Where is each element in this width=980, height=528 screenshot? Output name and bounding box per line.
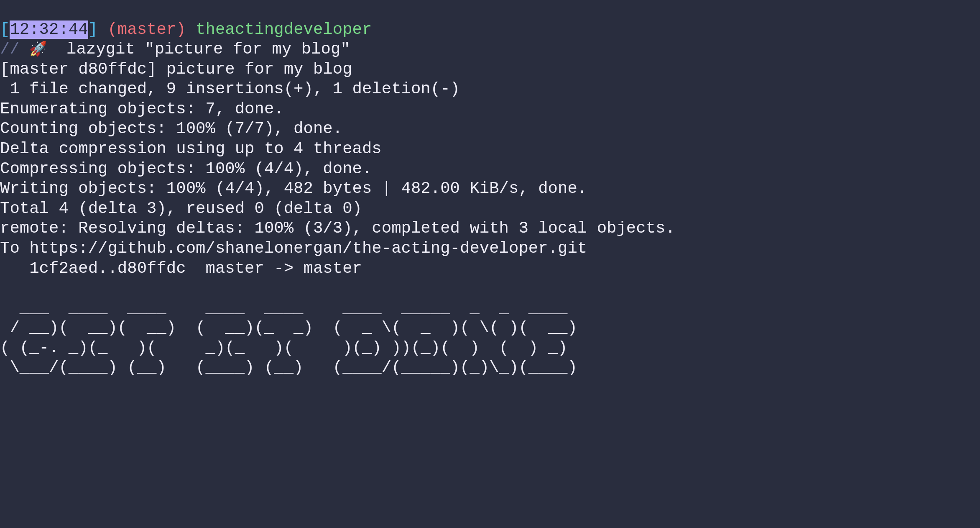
ascii-art-line: ( (_-. _)(_ )( _)(_ )( )(_) ))(_)( ) ( )… (0, 339, 577, 357)
prompt-open-bracket: [ (0, 21, 10, 39)
prompt-slashes: // (0, 40, 20, 59)
command-line[interactable]: // 🚀 lazygit "picture for my blog" (0, 40, 350, 59)
ascii-art-line: / __)( __)( __) ( __)(_ _) ( _ \( _ )( \… (0, 319, 577, 337)
output-line: Delta compression using up to 4 threads (0, 140, 382, 158)
output-line: Writing objects: 100% (4/4), 482 bytes |… (0, 179, 587, 198)
output-line: [master d80ffdc] picture for my blog (0, 60, 352, 79)
prompt-line: [12:32:44] (master) theactingdeveloper (0, 21, 372, 39)
output-line: 1cf2aed..d80ffdc master -> master (0, 259, 362, 278)
ascii-art-line: \___/(____) (__) (____) (__) (____/(____… (0, 359, 577, 377)
ascii-art-line: ___ ____ ____ ____ ____ ____ _____ _ _ _… (0, 299, 577, 318)
output-line: Enumerating objects: 7, done. (0, 100, 284, 118)
prompt-branch: (master) (107, 21, 186, 39)
prompt-time: 12:32:44 (10, 21, 88, 39)
output-line: Total 4 (delta 3), reused 0 (delta 0) (0, 200, 362, 218)
output-line: Compressing objects: 100% (4/4), done. (0, 160, 372, 178)
prompt-folder: theactingdeveloper (196, 21, 372, 39)
command-text: lazygit "picture for my blog" (57, 40, 350, 59)
output-line: remote: Resolving deltas: 100% (3/3), co… (0, 219, 675, 238)
output-line: Counting objects: 100% (7/7), done. (0, 120, 342, 138)
terminal-viewport[interactable]: [12:32:44] (master) theactingdeveloper /… (0, 0, 980, 378)
prompt-close-bracket: ] (88, 21, 98, 39)
output-line: 1 file changed, 9 insertions(+), 1 delet… (0, 80, 460, 98)
rocket-icon: 🚀 (29, 42, 47, 58)
output-line: To https://github.com/shanelonergan/the-… (0, 239, 587, 258)
